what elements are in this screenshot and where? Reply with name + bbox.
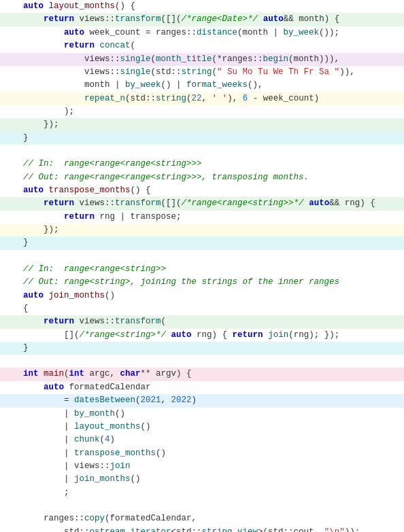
code-line — [0, 355, 404, 368]
line-number — [0, 145, 20, 158]
code-line: | chunk(4) — [0, 433, 404, 446]
code-line — [0, 250, 404, 263]
line-code: auto join_months() — [20, 289, 404, 302]
code-line: auto layout_months() { — [0, 0, 404, 13]
line-code: auto formatedCalendar — [20, 381, 404, 394]
code-line: auto week_count = ranges::distance(month… — [0, 26, 404, 39]
line-number — [0, 394, 20, 407]
code-line: ranges::copy(formatedCalendar, — [0, 512, 404, 525]
code-line: auto join_months() — [0, 289, 404, 302]
line-number — [0, 66, 20, 79]
code-line: repeat_n(std::string(22, ' '), 6 - week_… — [0, 92, 404, 105]
line-code — [20, 250, 404, 263]
line-code: } — [20, 236, 404, 249]
line-number — [0, 13, 20, 26]
code-line: | join_months() — [0, 473, 404, 486]
code-line: views::single(std::string(" Su Mo Tu We … — [0, 66, 404, 79]
line-code: }); — [20, 224, 404, 236]
line-code: | views::join — [20, 460, 404, 473]
line-number — [0, 53, 20, 66]
code-line: }); — [0, 224, 404, 236]
code-line: | transpose_months() — [0, 447, 404, 460]
line-code: views::single(month_title(*ranges::begin… — [20, 53, 404, 66]
line-number — [0, 184, 20, 197]
line-code: auto week_count = ranges::distance(month… — [20, 26, 404, 39]
code-line: return rng | transpose; — [0, 211, 404, 224]
line-number — [0, 408, 20, 421]
line-number — [0, 499, 20, 512]
line-code: | chunk(4) — [20, 433, 404, 446]
line-code: } — [20, 132, 404, 145]
code-line — [0, 145, 404, 158]
line-number — [0, 302, 20, 315]
line-number — [0, 224, 20, 236]
line-number — [0, 355, 20, 368]
line-number — [0, 263, 20, 276]
line-code: // Out: range<string>, joining the strin… — [20, 276, 404, 289]
line-code: | by_month() — [20, 408, 404, 421]
code-line: // In: range<range<range<string>>> — [0, 158, 404, 171]
line-number — [0, 315, 20, 328]
line-code: std::ostream_iterator<std::string_view>(… — [20, 526, 404, 533]
line-number — [0, 289, 20, 302]
line-code: } — [20, 342, 404, 355]
line-number — [0, 473, 20, 486]
line-number — [0, 236, 20, 249]
code-line: // In: range<range<string>> — [0, 263, 404, 276]
line-code: views::single(std::string(" Su Mo Tu We … — [20, 66, 404, 79]
line-code — [20, 145, 404, 158]
code-line: int main(int argc, char** argv) { — [0, 368, 404, 380]
line-number — [0, 197, 20, 210]
line-number — [0, 433, 20, 446]
line-number — [0, 342, 20, 355]
line-number — [0, 250, 20, 263]
line-code: return concat( — [20, 39, 404, 52]
line-number — [0, 447, 20, 460]
line-code: return rng | transpose; — [20, 211, 404, 224]
line-code: { — [20, 302, 404, 315]
line-code: month | by_week() | format_weeks(), — [20, 79, 404, 92]
line-code: return views::transform( — [20, 315, 404, 328]
line-code: int main(int argc, char** argv) { — [20, 368, 404, 380]
code-line: month | by_week() | format_weeks(), — [0, 79, 404, 92]
code-line: return views::transform([](/*range<range… — [0, 197, 404, 210]
code-line: ); — [0, 105, 404, 118]
code-line: } — [0, 342, 404, 355]
code-line: return views::transform([](/*range<Date>… — [0, 13, 404, 26]
line-number — [0, 132, 20, 145]
line-number — [0, 486, 20, 499]
code-editor: auto layout_months() { return views::tra… — [0, 0, 404, 532]
line-code: = datesBetween(2021, 2022) — [20, 394, 404, 407]
line-number — [0, 92, 20, 105]
line-number — [0, 526, 20, 533]
line-number — [0, 329, 20, 342]
line-code: [](/*range<string>*/ auto rng) { return … — [20, 329, 404, 342]
line-number — [0, 368, 20, 380]
line-code — [20, 355, 404, 368]
code-line: auto transpose_months() { — [0, 184, 404, 197]
line-number — [0, 512, 20, 525]
line-code: ; — [20, 486, 404, 499]
line-number — [0, 79, 20, 92]
line-code: return views::transform([](/*range<Date>… — [20, 13, 404, 26]
line-number — [0, 105, 20, 118]
code-line: | by_month() — [0, 408, 404, 421]
line-code: auto transpose_months() { — [20, 184, 404, 197]
line-number — [0, 421, 20, 433]
code-line: return concat( — [0, 39, 404, 52]
line-code: | join_months() — [20, 473, 404, 486]
line-code: // In: range<range<string>> — [20, 263, 404, 276]
code-line: } — [0, 132, 404, 145]
code-line: std::ostream_iterator<std::string_view>(… — [0, 526, 404, 533]
code-line: ; — [0, 486, 404, 499]
line-code: return views::transform([](/*range<range… — [20, 197, 404, 210]
code-line: } — [0, 236, 404, 249]
line-number — [0, 171, 20, 184]
line-code: // In: range<range<range<string>>> — [20, 158, 404, 171]
code-line: | layout_months() — [0, 421, 404, 433]
line-code — [20, 499, 404, 512]
line-number — [0, 0, 20, 13]
line-code: ); — [20, 105, 404, 118]
line-code: repeat_n(std::string(22, ' '), 6 - week_… — [20, 92, 404, 105]
code-line: auto formatedCalendar — [0, 381, 404, 394]
